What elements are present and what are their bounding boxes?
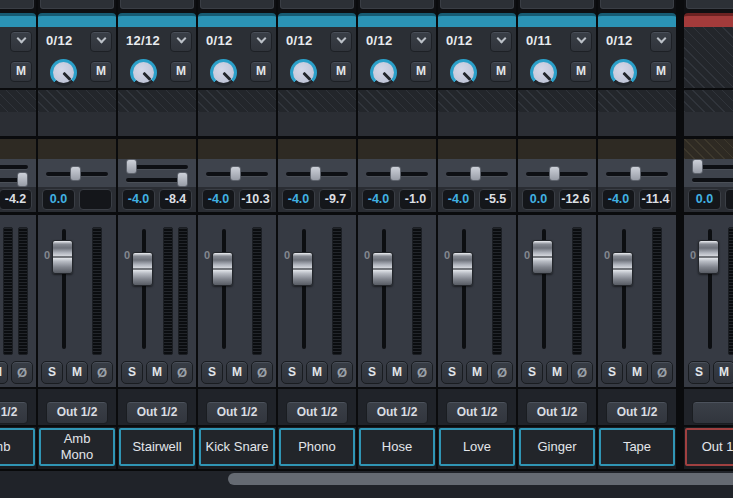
pan-left-handle[interactable] xyxy=(126,159,137,174)
phase-invert-button[interactable]: Ø xyxy=(331,361,353,384)
scrollbar-thumb[interactable] xyxy=(228,473,733,485)
mute-button[interactable]: M xyxy=(466,361,488,384)
channel-name[interactable]: Out 1/2 xyxy=(685,428,733,466)
output-routing-button[interactable]: Out 1/2 xyxy=(126,401,188,424)
sends-dropdown-button[interactable] xyxy=(250,31,272,52)
fader-handle[interactable] xyxy=(292,252,313,286)
volume-value[interactable]: -4.0 xyxy=(362,189,395,210)
solo-button[interactable]: S xyxy=(601,361,623,384)
mute-button[interactable]: M xyxy=(226,361,248,384)
cue-mute-button[interactable]: M xyxy=(330,61,352,82)
channel-name[interactable]: Ginger xyxy=(519,428,595,466)
volume-value[interactable]: 0.0 xyxy=(522,189,555,210)
volume-value[interactable]: -4.0 xyxy=(202,189,235,210)
clipped-top-control[interactable] xyxy=(0,0,34,9)
output-routing-button[interactable]: Out 1/2 xyxy=(0,401,28,424)
channel-name[interactable]: Amb Mono xyxy=(39,428,115,466)
clipped-top-control[interactable] xyxy=(520,0,594,9)
volume-value[interactable]: 0.0 xyxy=(688,189,721,210)
channel-name[interactable]: Hose xyxy=(359,428,435,466)
pan-knob[interactable] xyxy=(50,59,77,86)
peak-value[interactable]: -11.4 xyxy=(639,189,672,210)
sends-dropdown-button[interactable] xyxy=(170,31,192,52)
clipped-top-control[interactable] xyxy=(40,0,114,9)
output-routing-button[interactable]: Out 1/2 xyxy=(206,401,268,424)
fader-track[interactable] xyxy=(302,229,306,349)
channel-name[interactable]: Amb xyxy=(0,428,35,466)
volume-value[interactable]: -4.0 xyxy=(602,189,635,210)
fader-track[interactable] xyxy=(222,229,226,349)
mute-button[interactable]: M xyxy=(0,361,8,384)
fader-track[interactable] xyxy=(142,229,146,349)
mute-button[interactable]: M xyxy=(66,361,88,384)
pan-knob[interactable] xyxy=(210,59,237,86)
phase-invert-button[interactable]: Ø xyxy=(491,361,513,384)
peak-value[interactable]: -4.2 xyxy=(0,189,32,210)
solo-button[interactable]: S xyxy=(441,361,463,384)
peak-value[interactable]: -12.6 xyxy=(559,189,592,210)
pan-left-handle[interactable] xyxy=(692,159,703,174)
cue-mute-button[interactable]: M xyxy=(250,61,272,82)
cue-mute-button[interactable]: M xyxy=(170,61,192,82)
pan-knob[interactable] xyxy=(610,59,637,86)
channel-name[interactable]: Love xyxy=(439,428,515,466)
mute-button[interactable]: M xyxy=(626,361,648,384)
clipped-top-control[interactable] xyxy=(440,0,514,9)
pan-knob[interactable] xyxy=(530,59,557,86)
phase-invert-button[interactable]: Ø xyxy=(571,361,593,384)
sends-dropdown-button[interactable] xyxy=(490,31,512,52)
sends-dropdown-button[interactable] xyxy=(650,31,672,52)
pan-slider-handle[interactable] xyxy=(549,166,560,181)
pan-slider-handle[interactable] xyxy=(70,166,81,181)
fader-handle[interactable] xyxy=(612,252,633,286)
clipped-top-control[interactable] xyxy=(686,0,733,9)
pan-slider-handle[interactable] xyxy=(470,166,481,181)
solo-button[interactable]: S xyxy=(688,361,710,384)
peak-value[interactable] xyxy=(725,189,733,210)
pan-right-handle[interactable] xyxy=(177,172,188,187)
phase-invert-button[interactable]: Ø xyxy=(171,361,193,384)
volume-value[interactable]: -4.0 xyxy=(122,189,155,210)
pan-slider-handle[interactable] xyxy=(630,166,641,181)
pan-knob[interactable] xyxy=(290,59,317,86)
cue-mute-button[interactable]: M xyxy=(10,61,32,82)
peak-value[interactable]: -1.0 xyxy=(399,189,432,210)
sends-dropdown-button[interactable] xyxy=(90,31,112,52)
output-routing-button[interactable]: Out 1/2 xyxy=(286,401,348,424)
phase-invert-button[interactable]: Ø xyxy=(11,361,33,384)
peak-value[interactable]: -8.4 xyxy=(159,189,192,210)
clipped-top-control[interactable] xyxy=(600,0,674,9)
volume-value[interactable]: 0.0 xyxy=(42,189,75,210)
sends-dropdown-button[interactable] xyxy=(10,31,32,52)
pan-slider-handle[interactable] xyxy=(230,166,241,181)
pan-slider-handle[interactable] xyxy=(390,166,401,181)
solo-button[interactable]: S xyxy=(201,361,223,384)
pan-right-handle[interactable] xyxy=(17,172,28,187)
phase-invert-button[interactable]: Ø xyxy=(251,361,273,384)
fader-track[interactable] xyxy=(622,229,626,349)
output-routing-button[interactable]: Out 1/2 xyxy=(366,401,428,424)
fader-handle[interactable] xyxy=(452,252,473,286)
peak-value[interactable]: -5.5 xyxy=(479,189,512,210)
pan-slider-handle[interactable] xyxy=(310,166,321,181)
cue-mute-button[interactable]: M xyxy=(490,61,512,82)
output-routing-button[interactable]: Out 1/2 xyxy=(446,401,508,424)
channel-name[interactable]: Stairwell xyxy=(119,428,195,466)
pan-knob[interactable] xyxy=(450,59,477,86)
clipped-top-control[interactable] xyxy=(120,0,194,9)
cue-mute-button[interactable]: M xyxy=(570,61,592,82)
mute-button[interactable]: M xyxy=(306,361,328,384)
mute-button[interactable]: M xyxy=(386,361,408,384)
output-routing-button[interactable] xyxy=(692,401,733,424)
cue-mute-button[interactable]: M xyxy=(410,61,432,82)
peak-value[interactable] xyxy=(79,189,112,210)
output-routing-button[interactable]: Out 1/2 xyxy=(606,401,668,424)
mute-button[interactable]: M xyxy=(713,361,733,384)
fader-handle[interactable] xyxy=(212,252,233,286)
solo-button[interactable]: S xyxy=(521,361,543,384)
clipped-top-control[interactable] xyxy=(200,0,274,9)
clipped-top-control[interactable] xyxy=(280,0,354,9)
volume-value[interactable]: -4.0 xyxy=(282,189,315,210)
volume-value[interactable]: -4.0 xyxy=(442,189,475,210)
fader-track[interactable] xyxy=(382,229,386,349)
